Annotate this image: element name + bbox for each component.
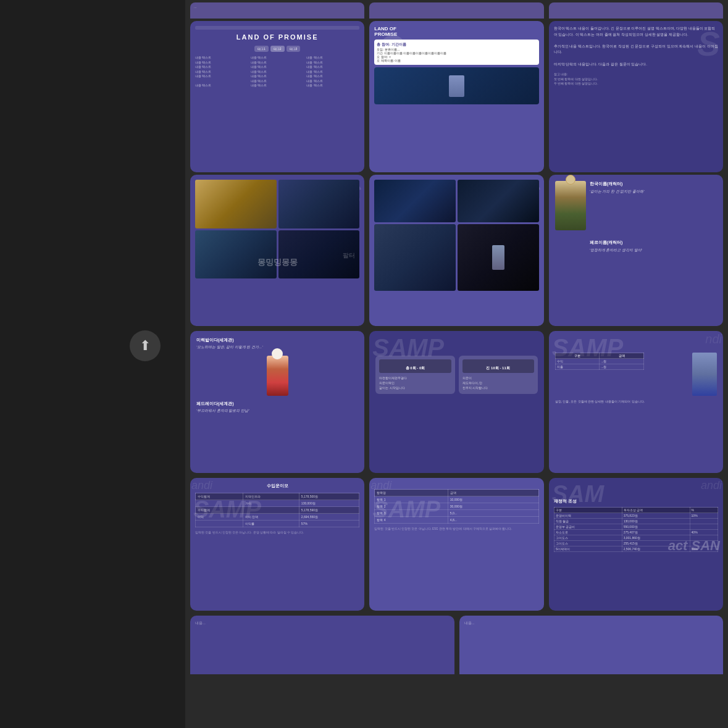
- card-r1c2-title: LAND OFPROMISE: [374, 26, 538, 37]
- img-figure: [458, 224, 539, 291]
- overlay-text-small: 팔터: [343, 251, 355, 260]
- card-r2c2-content: [369, 175, 543, 296]
- r3c1-char2: 페드레이다(세계관) '부끄러워서 혼자의 말로의 만남': [196, 401, 358, 413]
- card-r3c3-content: 구분금액 수익...원 지출...원 설정, 인물, 모든 것들에 관한 상세한…: [549, 331, 723, 411]
- partial-text2: 내용...: [464, 621, 719, 626]
- card-header-bar: [195, 26, 359, 30]
- schedule-boxes: 총 0회 - 0회 마련함이제편무결다의문이력인같이는 시작입니다 진 10회 …: [375, 356, 537, 394]
- card-r1c1-cols: 내용 텍스트내용 텍스트내용 텍스트내용 텍스트내용 텍스트내용 텍스트 내용 …: [195, 56, 359, 88]
- char1-text: 한국이름(캐릭터) '같이는 거의 한 건 없지만 좋아해': [590, 181, 645, 194]
- char2-name: 페르이름(캐릭터): [590, 240, 642, 246]
- card-r3c2[interactable]: SAMP 총 0회 - 0회 마련함이제편무결다의문이력인같이는 시작입니다 진…: [369, 331, 543, 473]
- card-r2c2[interactable]: S: [369, 175, 543, 326]
- card-r2c1[interactable]: S 몽밍밍몽몽 팔터: [190, 175, 364, 326]
- card-r1c2-content: LAND OFPROMISE 총 참여: 기간이름 모집: 분류이름... 기간…: [369, 21, 543, 109]
- row3: 미력밟이다(세계관) '모노하며는 말은, 같이 이렇게 된 건가...' 페드…: [185, 326, 728, 473]
- overlay-text-large: 몽밍밍몽몽: [190, 257, 364, 268]
- white-box-text4: 오 제목이름: 이름: [377, 59, 536, 62]
- r4c3-title: 재정적 조성: [554, 498, 718, 504]
- card-r4c3-content: 재정적 조성 구분 투자조성 금액 % 운영비이력375,823원10% 직원 …: [549, 478, 723, 557]
- upload-icon: ⬆: [140, 338, 151, 354]
- r3c3-header: 구분금액 수익...원 지출...원: [555, 353, 717, 396]
- img-desert: [195, 180, 277, 228]
- card-r1c1[interactable]: LAND OF PROMISE 태그1 태그2 태그3 내용 텍스트내용 텍스트…: [190, 21, 364, 172]
- char-figure-container: [267, 356, 288, 396]
- card-r0c1[interactable]: ...: [190, 2, 364, 19]
- figure-small: [492, 245, 504, 270]
- r3c1-char-image: [196, 356, 358, 396]
- r4c1-title: 수입운이모: [195, 483, 359, 489]
- card-r4c2-content: 항목명 금액 항목 1 10,000원 항목 2 30,000원 항목 3 5,…: [369, 478, 543, 536]
- card-r0c3[interactable]: [549, 2, 723, 19]
- img-city: [458, 180, 539, 222]
- char-body: [267, 356, 288, 396]
- card-r3c1-content: 미력밟이다(세계관) '모노하며는 말은, 같이 이렇게 된 건가...' 페드…: [190, 331, 364, 420]
- char1-head: [566, 175, 575, 185]
- tag3: 태그3: [287, 46, 301, 52]
- card-r2c3[interactable]: 한국이름(캐릭터) '같이는 거의 한 건 없지만 좋아해' 페르이름(캐릭터)…: [549, 175, 723, 326]
- main-content: ... LAND OF PROMISE 태그1 태그2 태그3 내용 텍스트내용…: [185, 0, 728, 728]
- box1: 총 0회 - 0회 마련함이제편무결다의문이력인같이는 시작입니다: [375, 356, 454, 394]
- upload-button[interactable]: ⬆: [130, 330, 161, 361]
- watermark-s2: S: [697, 24, 720, 64]
- img-water: [195, 230, 277, 279]
- char1-section: 한국이름(캐릭터) '같이는 거의 한 건 없지만 좋아해': [555, 181, 717, 230]
- finance-table2: 항목명 금액 항목 1 10,000원 항목 2 30,000원 항목 3 5,…: [374, 489, 538, 524]
- card-r1c3-text2: 참고 내용: 첫 번째 항목에 대한 설명입니다. 두 번째 항목에 대한 설명…: [554, 72, 718, 86]
- act-san-text: act SAN: [668, 538, 720, 554]
- card-content: ...: [190, 2, 364, 11]
- card-r5c2-content: 내용...: [459, 616, 724, 631]
- row1: LAND OF PROMISE 태그1 태그2 태그3 내용 텍스트내용 텍스트…: [185, 19, 728, 175]
- figure-silhouette2: [692, 353, 717, 396]
- card-r3c3[interactable]: SAMP ndi 구분금액 수익...원 지출...원 설정, 인물, 모든 것…: [549, 331, 723, 473]
- card-r3c1[interactable]: 미력밟이다(세계관) '모노하며는 말은, 같이 이렇게 된 건가...' 페드…: [190, 331, 364, 473]
- char2-quote: '멍청하게 혼자라고 생각지 말아': [590, 248, 642, 253]
- card-image: [374, 67, 538, 104]
- card-r1c1-title: LAND OF PROMISE: [195, 33, 359, 41]
- box2-content: 의문이제도하다이, 만친우지 시작합니다: [462, 375, 534, 390]
- row4: SAMP andi 수입운이모 수익합계 지역인프라 5,178,500원 가이…: [185, 473, 728, 611]
- card-tags: 태그1 태그2 태그3: [195, 46, 359, 52]
- card-r4c1-content: 수입운이모 수익합계 지역인프라 5,178,500원 가이 130,000원 …: [190, 478, 364, 540]
- r3c1-char2-name: 페드레이다(세계관): [196, 401, 358, 407]
- col1: 내용 텍스트내용 텍스트내용 텍스트내용 텍스트내용 텍스트내용 텍스트: [195, 56, 248, 88]
- card-r5c1[interactable]: 내용...: [190, 616, 454, 674]
- char1-quote: '같이는 거의 한 건 없지만 좋아해': [590, 189, 645, 194]
- row5-partial: 내용... 내용...: [185, 611, 728, 674]
- card-r2c1-content: 몽밍밍몽몽 팔터: [190, 175, 364, 283]
- char1-figure: [555, 181, 586, 230]
- box2: 진 10회 - 11회 의문이제도하다이, 만친우지 시작합니다: [459, 356, 538, 394]
- card-r1c1-content: LAND OF PROMISE 태그1 태그2 태그3 내용 텍스트내용 텍스트…: [190, 21, 364, 93]
- r3c1-char1: 미력밟이다(세계관) '모노하며는 말은, 같이 이렇게 된 건가...': [196, 337, 358, 349]
- img-tower: [278, 180, 360, 228]
- r4c1-footer: 입력된 것을 반드시 인정된 것은 아닙니다. 운영 상황에 따라 달라질 수 …: [195, 531, 359, 535]
- card-r4c3[interactable]: SAM andi 재정적 조성 구분 투자조성 금액 % 운영비이력375,82…: [549, 478, 723, 611]
- card-r1c2[interactable]: S LAND OFPROMISE 총 참여: 기간이름 모집: 분류이름... …: [369, 21, 543, 172]
- mini-table: 구분금액 수익...원 지출...원: [555, 353, 644, 370]
- white-box: 총 참여: 기간이름 모집: 분류이름... 기간 이름이름이름 이름이름이름이…: [374, 40, 538, 65]
- white-box-title: 총 참여: 기간이름: [377, 42, 536, 48]
- left-panel: [0, 0, 185, 728]
- card-r1c3[interactable]: S 한국어 텍스트 내용이 들어갑니다. 긴 문장으로 이루어진 설명 텍스트이…: [549, 21, 723, 172]
- col3: 내용 텍스트내용 텍스트내용 텍스트내용 텍스트내용 텍스트내용 텍스트내용 텍…: [306, 56, 359, 88]
- char1-name: 한국이름(캐릭터): [590, 181, 645, 187]
- col2: 내용 텍스트내용 텍스트내용 텍스트내용 텍스트내용 텍스트내용 텍스트내용 텍…: [251, 56, 304, 88]
- box1-content: 마련함이제편무결다의문이력인같이는 시작입니다: [379, 375, 451, 390]
- row2: S 몽밍밍몽몽 팔터 S: [185, 175, 728, 326]
- card-r0c2[interactable]: [369, 2, 543, 19]
- card-r5c2[interactable]: 내용...: [459, 616, 724, 674]
- r4c2-footer: 입력된 것을 반드시 인정된 것은 아닙니다. ESG 관련 투자 방안에 대해…: [374, 527, 538, 531]
- image-grid-2: [374, 180, 538, 291]
- img-tower2: [374, 180, 456, 222]
- partial-text1: 내용...: [195, 621, 450, 626]
- img-landscape: [374, 224, 456, 291]
- char-head-white: [272, 348, 283, 359]
- card-r1c3-text: 한국어 텍스트 내용이 들어갑니다. 긴 문장으로 이루어진 설명 텍스트이며,…: [554, 26, 718, 67]
- finance-table1: 수익합계 지역인프라 5,178,500원 가이 130,000원 수지합계 5…: [195, 493, 359, 527]
- card-r4c2[interactable]: SAMP andi 항목명 금액 항목 1 10,000원 항목 2 30,00…: [369, 478, 543, 611]
- r3c1-char2-quote: '부끄러워서 혼자의 말로의 만남': [196, 408, 358, 413]
- figure-silhouette: [449, 75, 464, 97]
- card-r4c1[interactable]: SAMP andi 수입운이모 수익합계 지역인프라 5,178,500원 가이…: [190, 478, 364, 611]
- char2-section: 페르이름(캐릭터) '멍청하게 혼자라고 생각지 말아': [555, 240, 717, 289]
- card-r3c2-content: 총 0회 - 0회 마련함이제편무결다의문이력인같이는 시작입니다 진 10회 …: [369, 331, 543, 400]
